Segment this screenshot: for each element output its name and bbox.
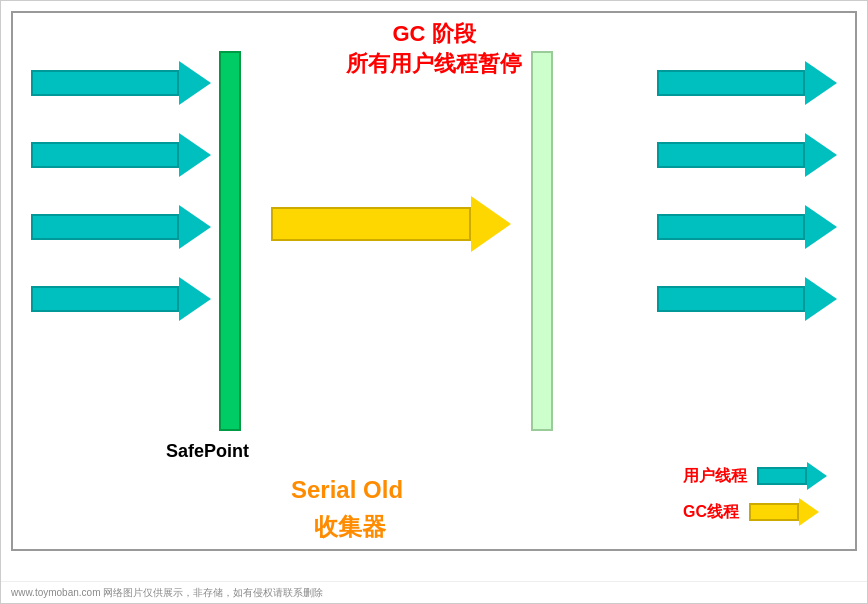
arrow-right-3-body	[657, 214, 805, 240]
footer: www.toymoban.com 网络图片仅供展示，非存储，如有侵权请联系删除	[1, 581, 867, 603]
arrow-left-4	[31, 277, 211, 321]
legend-yellow-body	[749, 503, 799, 521]
arrow-left-1	[31, 61, 211, 105]
arrow-left-4-body	[31, 286, 179, 312]
arrow-right-2-head	[805, 133, 837, 177]
arrow-right-2	[657, 133, 837, 177]
gc-label-line1: GC 阶段	[346, 19, 522, 49]
arrow-left-1-head	[179, 61, 211, 105]
arrow-left-3-body	[31, 214, 179, 240]
gc-arrow-center	[271, 196, 511, 252]
safepoint-label: SafePoint	[166, 441, 249, 462]
gc-thread-label: GC线程	[683, 502, 739, 523]
arrow-left-2-body	[31, 142, 179, 168]
arrow-right-4-body	[657, 286, 805, 312]
arrow-right-4-head	[805, 277, 837, 321]
legend: 用户线程 GC线程	[683, 462, 827, 526]
main-container: GC 阶段 所有用户线程暂停	[0, 0, 868, 604]
legend-yellow-head	[799, 498, 819, 526]
legend-user-thread: 用户线程	[683, 462, 827, 490]
legend-arrow-cyan	[757, 462, 827, 490]
arrow-left-2	[31, 133, 211, 177]
arrows-right	[657, 61, 837, 321]
gc-label: GC 阶段 所有用户线程暂停	[346, 19, 522, 79]
arrow-left-3	[31, 205, 211, 249]
arrows-left	[31, 61, 211, 321]
legend-cyan-body	[757, 467, 807, 485]
legend-cyan-head	[807, 462, 827, 490]
arrow-right-1	[657, 61, 837, 105]
arrow-left-1-body	[31, 70, 179, 96]
arrow-right-1-body	[657, 70, 805, 96]
arrow-left-3-head	[179, 205, 211, 249]
gc-arrow-body	[271, 207, 471, 241]
arrow-right-2-body	[657, 142, 805, 168]
legend-gc-thread: GC线程	[683, 498, 827, 526]
arrow-left-4-head	[179, 277, 211, 321]
footer-text: www.toymoban.com 网络图片仅供展示，非存储，如有侵权请联系删除	[11, 586, 323, 600]
serial-old-label: Serial Old	[291, 476, 403, 504]
gc-label-line2: 所有用户线程暂停	[346, 49, 522, 79]
arrow-right-4	[657, 277, 837, 321]
arrow-right-3-head	[805, 205, 837, 249]
arrow-right-1-head	[805, 61, 837, 105]
safepoint-bar-left	[219, 51, 241, 431]
serial-old-sub: 收集器	[314, 511, 386, 543]
arrow-left-2-head	[179, 133, 211, 177]
gc-arrow-head	[471, 196, 511, 252]
arrow-right-3	[657, 205, 837, 249]
legend-arrow-yellow	[749, 498, 819, 526]
user-thread-label: 用户线程	[683, 466, 747, 487]
diagram-area: GC 阶段 所有用户线程暂停	[1, 1, 867, 581]
safepoint-bar-right	[531, 51, 553, 431]
